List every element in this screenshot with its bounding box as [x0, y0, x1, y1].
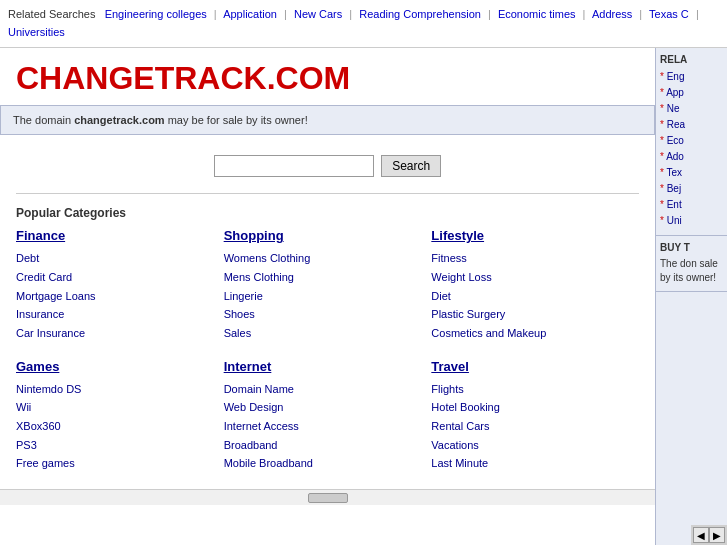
cat-link-internet-access[interactable]: Internet Access	[224, 417, 432, 436]
cat-link-diet[interactable]: Diet	[431, 287, 639, 306]
related-link-3[interactable]: Reading Comprehension	[359, 8, 481, 20]
nav-right-arrow[interactable]: ▶	[709, 527, 725, 543]
popular-categories-label: Popular Categories	[0, 202, 655, 228]
sidebar-buy-section: BUY T The don sale by its owner!	[656, 236, 727, 292]
sidebar-link-uni[interactable]: Uni	[660, 213, 723, 229]
cat-link-ps3[interactable]: PS3	[16, 436, 224, 455]
search-button[interactable]: Search	[381, 155, 441, 177]
sidebar-related-title: RELA	[660, 54, 723, 65]
related-link-1[interactable]: Application	[223, 8, 277, 20]
cat-link-womens-clothing[interactable]: Womens Clothing	[224, 249, 432, 268]
site-logo: CHANGETRACK.COM	[16, 60, 639, 97]
sidebar-link-bej[interactable]: Bej	[660, 181, 723, 197]
cat-link-weight-loss[interactable]: Weight Loss	[431, 268, 639, 287]
cat-link-xbox360[interactable]: XBox360	[16, 417, 224, 436]
cat-link-vacations[interactable]: Vacations	[431, 436, 639, 455]
search-divider	[16, 193, 639, 194]
cat-link-web-design[interactable]: Web Design	[224, 398, 432, 417]
cat-title-finance[interactable]: Finance	[16, 228, 224, 243]
cat-title-games[interactable]: Games	[16, 359, 224, 374]
category-internet: Internet Domain Name Web Design Internet…	[224, 359, 432, 489]
cat-link-domain-name[interactable]: Domain Name	[224, 380, 432, 399]
right-sidebar: RELA Eng App Ne Rea Eco Ado Tex Bej Ent …	[655, 48, 727, 545]
sidebar-buy-title: BUY T	[660, 242, 723, 253]
scroll-thumb[interactable]	[308, 493, 348, 503]
category-games: Games Nintemdo DS Wii XBox360 PS3 Free g…	[16, 359, 224, 489]
sidebar-link-app[interactable]: App	[660, 85, 723, 101]
sidebar-link-new[interactable]: Ne	[660, 101, 723, 117]
cat-link-nintendo-ds[interactable]: Nintemdo DS	[16, 380, 224, 399]
logo-section: CHANGETRACK.COM	[0, 48, 655, 105]
cat-link-shoes[interactable]: Shoes	[224, 305, 432, 324]
cat-link-debt[interactable]: Debt	[16, 249, 224, 268]
horizontal-scrollbar[interactable]	[0, 489, 655, 505]
cat-link-hotel-booking[interactable]: Hotel Booking	[431, 398, 639, 417]
related-link-4[interactable]: Economic times	[498, 8, 576, 20]
cat-link-flights[interactable]: Flights	[431, 380, 639, 399]
cat-link-last-minute[interactable]: Last Minute	[431, 454, 639, 473]
cat-link-fitness[interactable]: Fitness	[431, 249, 639, 268]
cat-link-car-insurance[interactable]: Car Insurance	[16, 324, 224, 343]
cat-link-mens-clothing[interactable]: Mens Clothing	[224, 268, 432, 287]
domain-notice: The domain changetrack.com may be for sa…	[0, 105, 655, 135]
cat-link-mobile-broadband[interactable]: Mobile Broadband	[224, 454, 432, 473]
categories-grid: Finance Debt Credit Card Mortgage Loans …	[0, 228, 655, 489]
related-link-2[interactable]: New Cars	[294, 8, 342, 20]
cat-link-rental-cars[interactable]: Rental Cars	[431, 417, 639, 436]
sidebar-nav: ◀ ▶	[691, 525, 727, 545]
cat-title-shopping[interactable]: Shopping	[224, 228, 432, 243]
domain-notice-prefix: The domain	[13, 114, 74, 126]
cat-title-travel[interactable]: Travel	[431, 359, 639, 374]
sidebar-link-rea[interactable]: Rea	[660, 117, 723, 133]
cat-link-credit-card[interactable]: Credit Card	[16, 268, 224, 287]
category-shopping: Shopping Womens Clothing Mens Clothing L…	[224, 228, 432, 358]
domain-name: changetrack.com	[74, 114, 164, 126]
related-link-5[interactable]: Address	[592, 8, 632, 20]
domain-notice-suffix: may be for sale by its owner!	[165, 114, 308, 126]
related-link-0[interactable]: Engineering colleges	[105, 8, 207, 20]
cat-link-cosmetics[interactable]: Cosmetics and Makeup	[431, 324, 639, 343]
related-bar: Related Searches Engineering colleges | …	[0, 0, 727, 48]
related-label: Related Searches	[8, 8, 95, 20]
main-content: CHANGETRACK.COM The domain changetrack.c…	[0, 48, 655, 545]
sidebar-link-ado[interactable]: Ado	[660, 149, 723, 165]
category-finance: Finance Debt Credit Card Mortgage Loans …	[16, 228, 224, 358]
cat-link-wii[interactable]: Wii	[16, 398, 224, 417]
cat-title-internet[interactable]: Internet	[224, 359, 432, 374]
cat-link-sales[interactable]: Sales	[224, 324, 432, 343]
sidebar-link-tex[interactable]: Tex	[660, 165, 723, 181]
related-link-7[interactable]: Universities	[8, 26, 65, 38]
cat-link-mortgage[interactable]: Mortgage Loans	[16, 287, 224, 306]
sidebar-buy-text: The don sale by its owner!	[660, 257, 723, 285]
cat-link-broadband[interactable]: Broadband	[224, 436, 432, 455]
sidebar-link-ent[interactable]: Ent	[660, 197, 723, 213]
related-link-6[interactable]: Texas C	[649, 8, 689, 20]
sidebar-related-section: RELA Eng App Ne Rea Eco Ado Tex Bej Ent …	[656, 48, 727, 236]
cat-link-lingerie[interactable]: Lingerie	[224, 287, 432, 306]
category-travel: Travel Flights Hotel Booking Rental Cars…	[431, 359, 639, 489]
sidebar-link-eng[interactable]: Eng	[660, 69, 723, 85]
nav-left-arrow[interactable]: ◀	[693, 527, 709, 543]
cat-link-insurance[interactable]: Insurance	[16, 305, 224, 324]
category-lifestyle: Lifestyle Fitness Weight Loss Diet Plast…	[431, 228, 639, 358]
search-input[interactable]	[214, 155, 374, 177]
cat-title-lifestyle[interactable]: Lifestyle	[431, 228, 639, 243]
search-area: Search	[0, 143, 655, 185]
sidebar-link-eco[interactable]: Eco	[660, 133, 723, 149]
cat-link-plastic-surgery[interactable]: Plastic Surgery	[431, 305, 639, 324]
cat-link-free-games[interactable]: Free games	[16, 454, 224, 473]
